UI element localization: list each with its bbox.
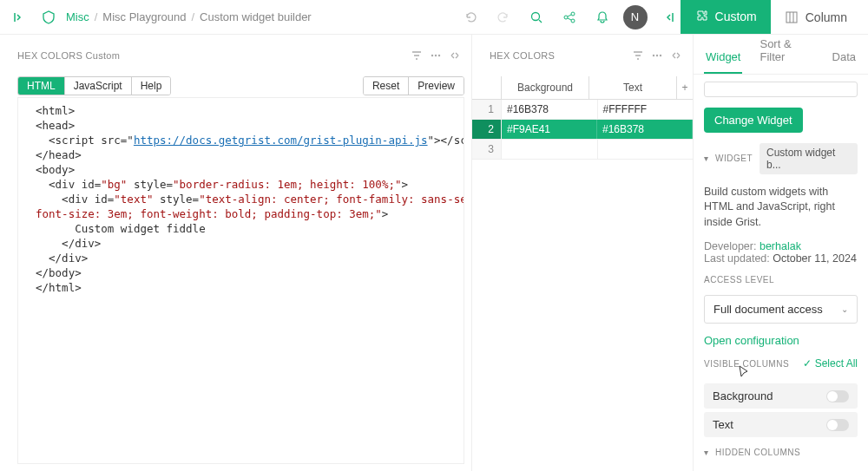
panel-right-icon[interactable] <box>656 5 681 29</box>
svg-point-9 <box>656 55 658 56</box>
chevron-down-icon[interactable]: ▾ <box>704 154 708 163</box>
custom-button[interactable]: Custom <box>681 0 771 34</box>
doc-icon[interactable] <box>36 5 61 29</box>
data-grid[interactable]: Background Text + 1 #16B378 #FFFFFF 2 #F… <box>472 76 693 160</box>
svg-point-3 <box>571 19 575 23</box>
open-configuration-link[interactable]: Open configuration <box>704 334 858 347</box>
column-button[interactable]: Column <box>771 0 861 35</box>
filter-icon[interactable] <box>632 49 644 62</box>
svg-point-7 <box>438 55 440 56</box>
panel-left-icon[interactable] <box>7 5 31 29</box>
bell-icon[interactable] <box>590 5 615 29</box>
svg-point-8 <box>653 55 654 56</box>
visible-col-background[interactable]: Background <box>704 383 858 409</box>
widget-name-badge[interactable]: Custom widget b... <box>760 143 858 174</box>
left-pane: HEX COLORS Custom HTML JavaScript Help R… <box>0 35 472 471</box>
col-text[interactable]: Text <box>589 76 677 99</box>
widget-section-label: WIDGET <box>715 154 753 163</box>
add-column[interactable]: + <box>677 76 693 99</box>
chevron-down-icon[interactable]: ▾ <box>704 448 708 457</box>
tab-help[interactable]: Help <box>132 77 171 95</box>
chevron-down-icon: ⌄ <box>841 304 848 314</box>
breadcrumb: Misc / Misc Playground / Custom widget b… <box>66 10 312 23</box>
dots-icon[interactable] <box>651 49 663 62</box>
mid-pane: HEX COLORS Background Text + 1 #16B378 #… <box>472 35 694 471</box>
access-level-label: ACCESS LEVEL <box>704 275 858 285</box>
svg-rect-4 <box>786 12 797 23</box>
svg-point-6 <box>435 55 437 56</box>
svg-point-2 <box>571 12 575 16</box>
tab-js[interactable]: JavaScript <box>65 77 132 95</box>
left-title: HEX COLORS Custom <box>17 50 120 61</box>
visible-col-text[interactable]: Text <box>704 412 858 437</box>
undo-icon[interactable] <box>458 5 483 29</box>
code-tabs: HTML JavaScript Help <box>17 76 171 95</box>
widget-description: Build custom widgets with HTML and JavaS… <box>704 185 858 231</box>
share-icon[interactable] <box>557 5 582 29</box>
preview-button[interactable]: Preview <box>409 77 464 95</box>
toggle[interactable] <box>826 419 849 431</box>
tab-sort[interactable]: Sort & Filter <box>758 35 814 74</box>
avatar[interactable]: N <box>623 5 648 29</box>
mid-title: HEX COLORS <box>490 50 555 61</box>
crumb-playground[interactable]: Misc Playground <box>102 10 186 23</box>
crumb-misc[interactable]: Misc <box>66 10 89 23</box>
table-row[interactable]: 3 <box>472 140 693 160</box>
hidden-columns-label: HIDDEN COLUMNS <box>715 448 800 457</box>
col-background[interactable]: Background <box>502 76 589 99</box>
tab-data[interactable]: Data <box>831 42 858 74</box>
dots-icon[interactable] <box>430 49 442 62</box>
right-pane: Widget Sort & Filter Data Change Widget … <box>694 35 868 471</box>
developer-link[interactable]: berhalak <box>760 240 801 252</box>
reset-button[interactable]: Reset <box>364 77 409 95</box>
search-icon[interactable] <box>524 5 549 29</box>
table-row[interactable]: 2 #F9AE41 #16B378 <box>472 120 693 140</box>
change-widget-button[interactable]: Change Widget <box>704 108 803 133</box>
column-icon <box>785 10 799 24</box>
select-all-link[interactable]: ✓ Select All <box>803 357 858 370</box>
crumb-page[interactable]: Custom widget builder <box>200 10 312 23</box>
expand-icon[interactable] <box>670 49 682 62</box>
redo-icon[interactable] <box>491 5 516 29</box>
svg-point-5 <box>431 55 433 56</box>
svg-point-10 <box>660 55 661 56</box>
tab-widget[interactable]: Widget <box>704 42 742 74</box>
table-row[interactable]: 1 #16B378 #FFFFFF <box>472 100 693 120</box>
svg-point-1 <box>564 16 568 19</box>
toggle[interactable] <box>826 390 849 402</box>
visible-columns-label: VISIBLE COLUMNS <box>704 359 789 369</box>
expand-icon[interactable] <box>449 49 461 62</box>
code-editor[interactable]: <html> <head> <script src="https://docs.… <box>17 97 464 464</box>
description-input[interactable] <box>704 82 858 97</box>
access-level-select[interactable]: Full document access ⌄ <box>704 295 858 324</box>
tab-html[interactable]: HTML <box>18 77 65 95</box>
puzzle-icon <box>694 10 708 23</box>
svg-point-0 <box>531 12 539 20</box>
filter-icon[interactable] <box>411 49 423 62</box>
topbar: Misc / Misc Playground / Custom widget b… <box>0 0 868 35</box>
